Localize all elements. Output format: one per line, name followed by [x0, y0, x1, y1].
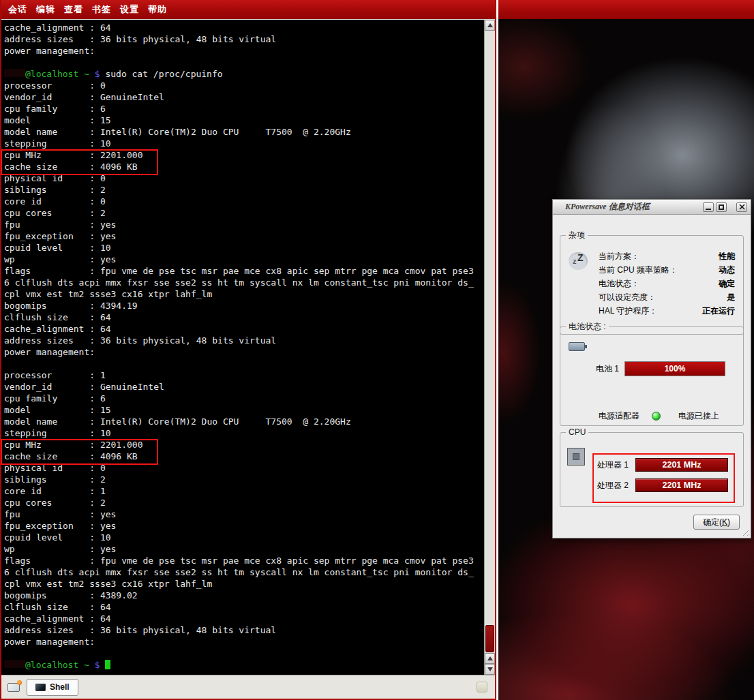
- cpu-group-legend: CPU: [566, 427, 588, 438]
- cpu-row: 处理器 12201 MHz: [597, 455, 728, 475]
- terminal-line: processor : 0: [4, 80, 484, 91]
- minimize-icon: [706, 209, 711, 210]
- redacted-username: [4, 660, 25, 668]
- terminal-line: physical id : 0: [4, 172, 484, 184]
- scrollbar-bottom-buttons: [485, 653, 495, 675]
- sleep-z-glyph: z: [573, 257, 577, 265]
- terminal-line: cpl vmx est tm2 ssse3 cx16 xtpr lahf_lm: [4, 288, 484, 300]
- session-list-button[interactable]: [474, 679, 490, 695]
- prompt-symbol: $: [89, 660, 105, 670]
- misc-row-label: 电池状态：: [599, 278, 639, 290]
- terminal-line: bogomips : 4394.19: [4, 300, 484, 311]
- cpu-frequency-bar: 2201 MHz: [635, 458, 728, 472]
- terminal-line: power management:: [4, 346, 484, 358]
- battery-progress-fill: 100%: [625, 362, 725, 376]
- sleep-z-glyph: Z: [577, 252, 584, 263]
- misc-group-legend: 杂项: [566, 230, 588, 241]
- scrollbar-thumb[interactable]: [485, 625, 494, 652]
- terminal-area: cache_alignment : 64address sizes : 36 b…: [1, 19, 495, 675]
- misc-row-value: 是: [727, 292, 735, 303]
- terminal-line: [4, 57, 484, 68]
- battery-label: 电池 1: [596, 363, 619, 375]
- terminal-line: address sizes : 36 bits physical, 48 bit…: [4, 33, 484, 45]
- prompt-host: @localhost ~: [25, 660, 89, 670]
- kpowersave-dialog: KPowersave 信息对话框 杂项 z Z 当前方案：性能当前 CPU 频率…: [552, 199, 751, 538]
- ok-label-post: ): [727, 517, 730, 527]
- arrow-down-icon: [487, 667, 493, 671]
- close-button[interactable]: [736, 202, 747, 212]
- scroll-down-button[interactable]: [485, 664, 495, 675]
- dialog-body: 杂项 z Z 当前方案：性能当前 CPU 频率策略：动态电池状态：确定可以设定亮…: [553, 215, 751, 538]
- misc-row-label: 当前 CPU 频率策略：: [599, 264, 678, 276]
- misc-row-value: 确定: [719, 278, 735, 290]
- konsole-window: 会话编辑查看书签设置帮助 cache_alignment : 64address…: [0, 0, 496, 700]
- arrow-up-icon: [487, 23, 493, 27]
- terminal-prompt-line: @localhost ~ $: [4, 659, 484, 671]
- cpu-die: [573, 453, 579, 460]
- ok-label-key: K: [722, 517, 727, 527]
- misc-row: HAL 守护程序：正在运行: [599, 304, 735, 318]
- menu-bar: 会话编辑查看书签设置帮助: [1, 0, 495, 19]
- dialog-titlebar[interactable]: KPowersave 信息对话框: [553, 200, 751, 215]
- misc-row: 当前方案：性能: [599, 249, 735, 263]
- terminal-line: model name : Intel(R) Core(TM)2 Duo CPU …: [4, 126, 484, 138]
- menu-item-view[interactable]: 查看: [64, 3, 83, 16]
- terminal-line: flags : fpu vme de pse tsc msr pae mce c…: [4, 555, 484, 566]
- terminal-line: cpu MHz : 2201.000: [4, 439, 484, 451]
- cpu-group: CPU 处理器 12201 MHz处理器 22201 MHz: [560, 432, 744, 507]
- prompt-command: sudo cat /proc/cpuinfo: [105, 69, 222, 79]
- terminal-line: model : 15: [4, 115, 484, 126]
- tab-shell[interactable]: Shell: [27, 679, 78, 696]
- arrow-up-icon: [487, 656, 493, 660]
- ok-button[interactable]: 确定(K): [693, 515, 740, 530]
- window-buttons: [703, 202, 747, 212]
- misc-row-value: 正在运行: [702, 305, 735, 317]
- battery-row: 电池 1 100%: [596, 361, 725, 376]
- terminal-line: clflush size : 64: [4, 311, 484, 323]
- new-session-icon: [7, 683, 20, 692]
- terminal-line: cache_alignment : 64: [4, 22, 484, 33]
- terminal-line: wp : yes: [4, 543, 484, 555]
- misc-rows: 当前方案：性能当前 CPU 频率策略：动态电池状态：确定可以设定亮度：是HAL …: [599, 249, 735, 318]
- adapter-label: 电源适配器: [599, 410, 639, 422]
- terminal-line: vendor_id : GenuineIntel: [4, 91, 484, 103]
- cpu-frequency-bar: 2201 MHz: [635, 478, 728, 492]
- maximize-button[interactable]: [716, 202, 727, 212]
- terminal-line: bogomips : 4389.02: [4, 590, 484, 601]
- terminal-output[interactable]: cache_alignment : 64address sizes : 36 b…: [1, 20, 484, 675]
- menu-item-edit[interactable]: 编辑: [36, 3, 55, 16]
- right-titlebar: [498, 0, 754, 19]
- battery-group-legend: 电池状态 :: [566, 322, 609, 332]
- cpu-frequency-value: 2201 MHz: [663, 460, 702, 470]
- maximize-icon: [719, 204, 724, 210]
- misc-group: 杂项 z Z 当前方案：性能当前 CPU 频率策略：动态电池状态：确定可以设定亮…: [560, 235, 744, 335]
- close-icon: [739, 204, 745, 210]
- terminal-line: siblings : 2: [4, 474, 484, 485]
- prompt-symbol: $: [89, 69, 105, 79]
- terminal-line: flags : fpu vme de pse tsc msr pae mce c…: [4, 265, 484, 277]
- minimize-button[interactable]: [703, 202, 714, 212]
- ok-label-pre: 确定(: [703, 517, 722, 527]
- misc-row: 当前 CPU 频率策略：动态: [599, 263, 735, 277]
- new-session-button[interactable]: [5, 678, 22, 696]
- battery-percent: 100%: [665, 364, 686, 374]
- adapter-row: 电源适配器 电源已接上: [599, 410, 719, 421]
- terminal-scrollbar[interactable]: [484, 20, 495, 675]
- terminal-line: vendor_id : GenuineIntel: [4, 381, 484, 393]
- redacted-username: [4, 69, 25, 77]
- terminal-line: wp : yes: [4, 254, 484, 265]
- menu-item-help[interactable]: 帮助: [148, 3, 167, 16]
- session-tabbar: Shell: [1, 675, 495, 699]
- menu-item-bookmarks[interactable]: 书签: [92, 3, 111, 16]
- resize-grip[interactable]: [740, 528, 749, 536]
- terminal-line: stepping : 10: [4, 427, 484, 439]
- terminal-line: physical id : 0: [4, 462, 484, 474]
- screen: 会话编辑查看书签设置帮助 cache_alignment : 64address…: [0, 0, 754, 700]
- scroll-up-button[interactable]: [485, 20, 495, 31]
- menu-item-session[interactable]: 会话: [8, 3, 27, 16]
- menu-item-settings[interactable]: 设置: [120, 3, 139, 16]
- terminal-icon: [35, 684, 46, 691]
- scroll-up-button-bottom[interactable]: [485, 653, 495, 664]
- terminal-line: cache_alignment : 64: [4, 323, 484, 335]
- dialog-title: KPowersave 信息对话框: [565, 201, 703, 213]
